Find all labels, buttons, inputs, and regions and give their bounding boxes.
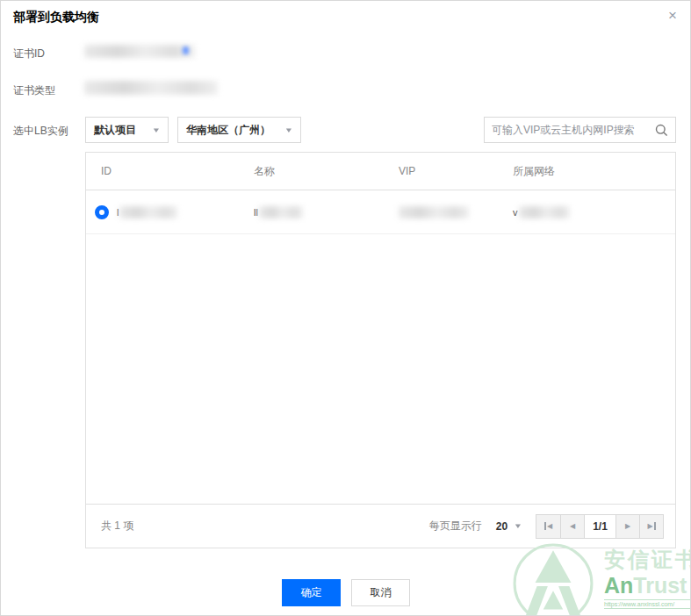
network-stub: v	[513, 207, 518, 218]
radio-selected-icon[interactable]	[95, 205, 109, 219]
cert-type-redacted-value	[84, 81, 218, 95]
pagination: ◀ ◀ 1/1 ▶ ▶	[536, 514, 664, 539]
id-stub: l	[117, 207, 119, 218]
watermark-url: https://www.anxinssl.com/	[604, 599, 691, 609]
last-page-button[interactable]: ▶	[639, 515, 663, 538]
col-header-vip: VIP	[399, 165, 513, 177]
watermark-brand-cn: 安信证书	[604, 546, 691, 574]
deploy-to-lb-dialog: 部署到负载均衡 × 证书ID 证书类型 选中LB实例 默认项目 ▼ 华南地区（广…	[0, 0, 691, 616]
cancel-button[interactable]: 取消	[351, 579, 410, 606]
chevron-down-icon: ▼	[152, 126, 161, 134]
id-redacted-value	[119, 206, 177, 218]
name-stub: ll	[254, 207, 258, 218]
prev-page-icon: ◀	[570, 522, 575, 530]
vip-redacted-value	[399, 206, 469, 218]
page-size-select[interactable]: 20 ▼	[496, 520, 522, 533]
region-select[interactable]: 华南地区（广州） ▼	[177, 117, 301, 143]
table-row[interactable]: l ll v	[86, 190, 675, 234]
table-footer: 共 1 项 每页显示行 20 ▼ ◀ ◀ 1/1 ▶ ▶	[86, 504, 675, 548]
total-count-text: 共 1 项	[101, 519, 133, 534]
watermark-an: An	[604, 573, 633, 598]
col-header-name: 名称	[254, 164, 399, 179]
copy-icon[interactable]	[183, 47, 189, 54]
antrust-watermark: 安信证书 AnTrust https://www.anxinssl.com/	[511, 541, 691, 616]
page-size-value: 20	[496, 520, 507, 533]
cert-id-label: 证书ID	[13, 47, 45, 61]
first-page-icon: ◀	[547, 522, 552, 530]
cell-network: v	[513, 206, 675, 218]
close-icon[interactable]: ×	[668, 8, 677, 23]
last-page-icon: ▶	[647, 522, 652, 530]
lb-instance-label: 选中LB实例	[13, 124, 68, 139]
antrust-logo-icon	[511, 541, 595, 616]
last-page-bar	[654, 522, 656, 530]
chevron-down-icon: ▼	[284, 126, 293, 134]
next-page-button[interactable]: ▶	[615, 515, 639, 538]
page-indicator: 1/1	[584, 515, 615, 538]
cell-name: ll	[254, 206, 399, 218]
first-page-button[interactable]: ◀	[536, 515, 560, 538]
watermark-trust: Trust	[633, 573, 687, 598]
watermark-texts: 安信证书 AnTrust https://www.anxinssl.com/	[604, 546, 691, 608]
name-redacted-value	[259, 206, 303, 218]
next-page-icon: ▶	[625, 522, 630, 530]
search-box	[484, 117, 676, 143]
search-input[interactable]	[492, 124, 650, 136]
search-icon[interactable]	[655, 124, 668, 137]
cell-vip	[399, 206, 513, 218]
dialog-title: 部署到负载均衡	[13, 10, 99, 25]
col-header-id: ID	[101, 165, 254, 177]
cert-id-redacted-value	[84, 45, 195, 58]
col-header-network: 所属网络	[513, 164, 675, 179]
cert-type-label: 证书类型	[13, 83, 55, 98]
project-select-value: 默认项目	[94, 123, 136, 138]
project-select[interactable]: 默认项目 ▼	[85, 117, 169, 143]
first-page-bar	[544, 522, 546, 530]
lb-instance-table: ID 名称 VIP 所属网络 l ll v 共 1 项	[85, 152, 676, 548]
confirm-button[interactable]: 确定	[282, 579, 341, 606]
page-size-label: 每页显示行	[429, 519, 482, 534]
watermark-brand-en: AnTrust	[604, 574, 691, 597]
region-select-value: 华南地区（广州）	[186, 123, 270, 138]
cell-id: l	[95, 205, 254, 219]
prev-page-button[interactable]: ◀	[560, 515, 584, 538]
network-redacted-value	[519, 206, 570, 218]
table-header-row: ID 名称 VIP 所属网络	[86, 153, 675, 190]
chevron-down-icon: ▼	[514, 522, 522, 530]
